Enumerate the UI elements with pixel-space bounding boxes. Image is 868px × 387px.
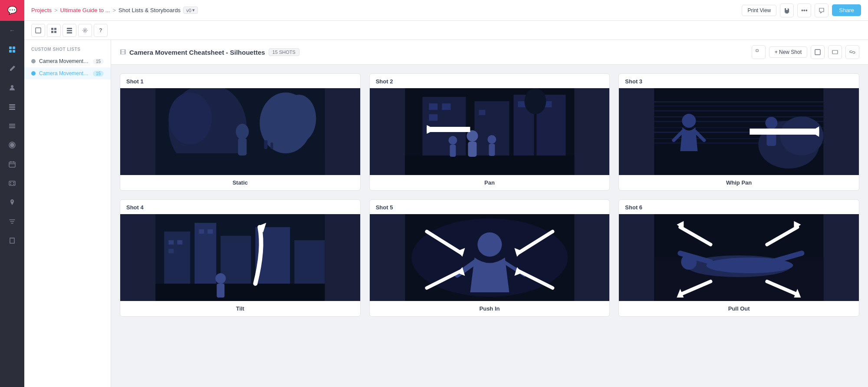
svg-rect-9 bbox=[9, 126, 15, 126]
svg-rect-6 bbox=[9, 106, 15, 108]
storyboard-header: 🎞 Camera Movement Cheatsheet - Silhouett… bbox=[111, 40, 868, 65]
svg-rect-56 bbox=[450, 145, 456, 157]
new-shot-button[interactable]: + New Shot bbox=[769, 46, 807, 58]
logo-icon: 💬 bbox=[7, 6, 17, 15]
svg-rect-30 bbox=[832, 50, 838, 54]
svg-point-27 bbox=[84, 30, 86, 31]
shot-6-image bbox=[619, 214, 859, 301]
breadcrumb: Projects > Ultimate Guide to ... > Shot … bbox=[31, 7, 198, 14]
filter-nav[interactable] bbox=[0, 212, 24, 231]
shot-card-2: Shot 2 bbox=[369, 73, 610, 191]
svg-rect-15 bbox=[10, 182, 11, 183]
svg-rect-26 bbox=[67, 32, 72, 33]
svg-rect-0 bbox=[9, 46, 12, 49]
film-nav[interactable] bbox=[0, 174, 24, 193]
layers-nav[interactable] bbox=[0, 97, 24, 116]
storyboard-title-area: 🎞 Camera Movement Cheatsheet - Silhouett… bbox=[120, 48, 299, 56]
storyboard-icon: 🎞 bbox=[120, 49, 126, 56]
help-tool-btn[interactable]: ? bbox=[94, 24, 108, 37]
svg-rect-21 bbox=[54, 28, 56, 30]
svg-point-33 bbox=[281, 95, 316, 142]
top-navigation: Projects > Ultimate Guide to ... > Shot … bbox=[24, 0, 868, 21]
panel-item-1[interactable]: Camera Movement Cheatsheet - S... 15 bbox=[24, 67, 111, 79]
panel-item-badge-0: 15 bbox=[93, 59, 104, 64]
svg-rect-39 bbox=[264, 140, 267, 149]
frame-view-btn[interactable] bbox=[811, 45, 825, 59]
svg-rect-16 bbox=[10, 184, 11, 185]
shot-card-5: Shot 5 bbox=[369, 199, 610, 317]
svg-rect-46 bbox=[442, 103, 450, 110]
link-view-btn[interactable] bbox=[845, 45, 859, 59]
svg-rect-29 bbox=[815, 50, 820, 55]
svg-rect-58 bbox=[468, 142, 477, 157]
svg-rect-25 bbox=[67, 30, 72, 31]
breadcrumb-project[interactable]: Ultimate Guide to ... bbox=[60, 7, 110, 13]
save-icon-btn[interactable] bbox=[780, 3, 794, 17]
svg-rect-19 bbox=[36, 28, 41, 33]
user-nav[interactable] bbox=[0, 78, 24, 97]
svg-rect-89 bbox=[199, 229, 204, 234]
svg-rect-20 bbox=[51, 28, 53, 30]
grid-tool-btn[interactable] bbox=[47, 24, 61, 37]
topnav-actions: Print View ••• Share bbox=[742, 3, 861, 17]
image-view-btn[interactable] bbox=[828, 45, 842, 59]
svg-rect-65 bbox=[654, 106, 824, 106]
shot-4-image bbox=[120, 214, 360, 301]
svg-point-93 bbox=[215, 273, 226, 284]
shot-1-image bbox=[120, 88, 360, 175]
book-nav[interactable] bbox=[0, 231, 24, 250]
svg-rect-22 bbox=[51, 31, 53, 33]
svg-rect-47 bbox=[429, 114, 437, 121]
breadcrumb-sep1: > bbox=[54, 7, 58, 13]
panel-item-dot-0 bbox=[31, 59, 36, 63]
svg-rect-88 bbox=[168, 249, 174, 253]
svg-rect-94 bbox=[217, 284, 224, 298]
shot-3-header: Shot 3 bbox=[619, 74, 859, 88]
svg-point-59 bbox=[487, 135, 496, 144]
app-logo[interactable]: 💬 bbox=[0, 0, 24, 21]
shot-2-image bbox=[370, 88, 610, 175]
shot-6-label: Pull Out bbox=[619, 301, 859, 316]
shot-2-header: Shot 2 bbox=[370, 74, 610, 88]
home-nav[interactable] bbox=[0, 40, 24, 59]
panel-item-label-0: Camera Movement Cheatsheet bbox=[39, 58, 89, 64]
breadcrumb-projects[interactable]: Projects bbox=[31, 7, 52, 13]
svg-point-12 bbox=[11, 144, 13, 146]
svg-point-53 bbox=[524, 88, 546, 114]
frame-tool-btn[interactable] bbox=[31, 24, 45, 37]
print-view-button[interactable]: Print View bbox=[742, 5, 776, 16]
calendar-nav[interactable] bbox=[0, 155, 24, 174]
svg-rect-36 bbox=[155, 153, 325, 175]
scene-nav[interactable] bbox=[0, 136, 24, 155]
svg-rect-17 bbox=[13, 182, 14, 183]
back-nav[interactable]: ← bbox=[0, 21, 24, 40]
shot-6-header: Shot 6 bbox=[619, 200, 859, 214]
svg-rect-91 bbox=[155, 284, 325, 301]
svg-point-35 bbox=[168, 93, 212, 145]
share-button[interactable]: Share bbox=[832, 4, 861, 16]
toolbar: ? bbox=[24, 21, 868, 40]
svg-rect-48 bbox=[479, 110, 485, 115]
shot-3-label: Whip Pan bbox=[619, 175, 859, 190]
settings-tool-btn[interactable] bbox=[78, 24, 92, 37]
version-badge[interactable]: v0 ▾ bbox=[183, 7, 198, 14]
checkbox-view-btn[interactable] bbox=[752, 45, 766, 59]
panel-item-badge-1: 15 bbox=[93, 71, 104, 76]
pin-nav[interactable] bbox=[0, 193, 24, 212]
svg-point-76 bbox=[766, 117, 778, 129]
svg-rect-45 bbox=[429, 103, 437, 110]
more-icon-btn[interactable]: ••• bbox=[797, 3, 811, 17]
list-nav[interactable] bbox=[0, 116, 24, 136]
pen-nav[interactable] bbox=[0, 59, 24, 78]
svg-rect-90 bbox=[207, 229, 213, 234]
svg-rect-8 bbox=[9, 124, 15, 125]
svg-rect-64 bbox=[654, 101, 824, 103]
svg-rect-18 bbox=[13, 184, 14, 185]
sidebar: 💬 ← bbox=[0, 0, 24, 387]
shot-1-header: Shot 1 bbox=[120, 74, 360, 88]
comment-icon-btn[interactable] bbox=[815, 3, 829, 17]
panel-item-dot-1 bbox=[31, 71, 36, 76]
panel-item-0[interactable]: Camera Movement Cheatsheet 15 bbox=[24, 55, 111, 67]
list-tool-btn[interactable] bbox=[62, 24, 76, 37]
shot-card-3: Shot 3 bbox=[618, 73, 859, 191]
